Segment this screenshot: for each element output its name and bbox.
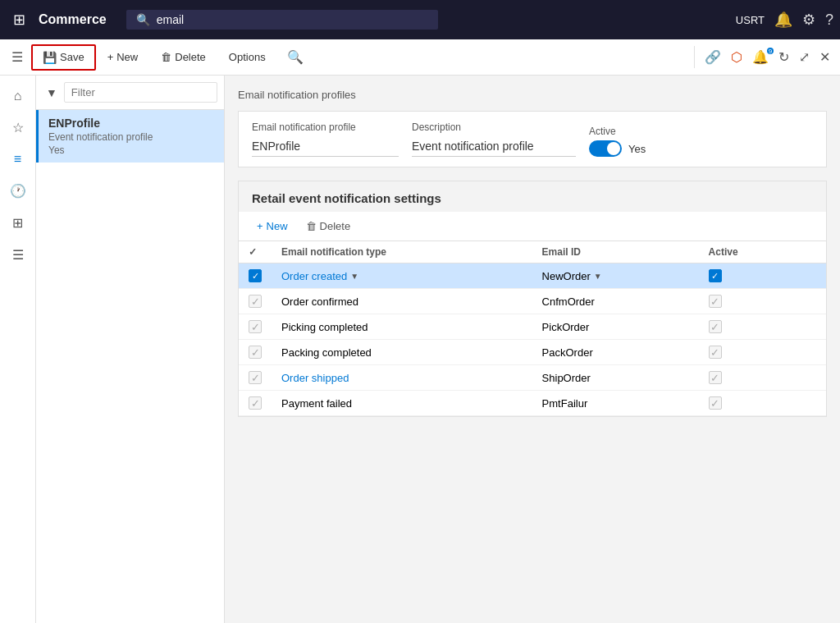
help-icon[interactable]: ? bbox=[825, 11, 833, 29]
row-type[interactable]: Order shipped bbox=[272, 365, 532, 391]
row-active[interactable]: ✓ bbox=[699, 314, 801, 340]
active-field: Active Yes bbox=[589, 126, 646, 157]
clock-icon[interactable]: 🕐 bbox=[3, 176, 33, 205]
delete-button[interactable]: 🗑 Delete bbox=[149, 44, 217, 70]
row-extra bbox=[801, 340, 826, 365]
table-row[interactable]: ✓Order confirmedCnfmOrder✓ bbox=[239, 289, 826, 314]
form-row: Email notification profile Description A… bbox=[238, 111, 827, 167]
row-active[interactable]: ✓ bbox=[699, 289, 801, 314]
row-extra bbox=[801, 289, 826, 314]
row-type-link[interactable]: Order created bbox=[281, 270, 347, 282]
table-row[interactable]: ✓Picking completedPickOrder✓ bbox=[239, 314, 826, 340]
hamburger-icon[interactable]: ☰ bbox=[3, 44, 31, 70]
active-checkbox[interactable]: ✓ bbox=[709, 269, 722, 282]
app-grid-icon[interactable]: ⊞ bbox=[7, 7, 32, 32]
search-cmd-icon[interactable]: 🔍 bbox=[281, 44, 310, 70]
sidebar-icons: ⌂ ☆ ≡ 🕐 ⊞ ☰ bbox=[0, 76, 36, 623]
row-checkbox[interactable]: ✓ bbox=[249, 371, 262, 384]
row-type: Order confirmed bbox=[272, 289, 532, 314]
grid-icon[interactable]: ⊞ bbox=[6, 208, 30, 237]
row-type: Packing completed bbox=[272, 340, 532, 365]
toolbar-right: 🔗 ⬡ 🔔 9 ↻ ⤢ ✕ bbox=[694, 46, 840, 68]
app-name: Commerce bbox=[39, 12, 107, 27]
active-checkbox[interactable]: ✓ bbox=[709, 295, 722, 308]
table-row[interactable]: ✓Order shippedShipOrder✓ bbox=[239, 365, 826, 391]
row-checkbox[interactable]: ✓ bbox=[249, 396, 262, 410]
home-icon[interactable]: ⌂ bbox=[7, 82, 29, 110]
toolbar-left: ☰ 💾 Save + New 🗑 Delete Options 🔍 bbox=[0, 44, 694, 71]
office-icon[interactable]: ⬡ bbox=[728, 46, 746, 68]
active-toggle[interactable] bbox=[589, 140, 622, 157]
row-email: CnfmOrder bbox=[532, 289, 699, 314]
toggle-container: Yes bbox=[589, 140, 646, 157]
list-icon[interactable]: ☰ bbox=[6, 240, 30, 269]
active-label: Active bbox=[589, 126, 646, 137]
list-items: ENProfile Event notification profile Yes bbox=[36, 110, 224, 623]
save-button[interactable]: 💾 Save bbox=[31, 44, 96, 71]
active-checkbox[interactable]: ✓ bbox=[709, 320, 722, 333]
menu-icon[interactable]: ≡ bbox=[7, 145, 28, 173]
row-extra bbox=[801, 391, 826, 416]
active-checkbox[interactable]: ✓ bbox=[709, 346, 722, 359]
row-email: NewOrder▼ bbox=[532, 263, 699, 289]
row-active[interactable]: ✓ bbox=[699, 263, 801, 289]
options-button[interactable]: Options bbox=[217, 44, 277, 70]
global-search-box[interactable]: 🔍 bbox=[126, 10, 438, 30]
toggle-knob bbox=[607, 142, 620, 155]
settings-icon[interactable]: ⚙ bbox=[802, 11, 815, 29]
active-checkbox[interactable]: ✓ bbox=[709, 371, 722, 384]
row-extra bbox=[801, 314, 826, 340]
open-icon[interactable]: ⤢ bbox=[796, 46, 813, 68]
row-email: PmtFailur bbox=[532, 391, 699, 416]
description-field: Description bbox=[412, 121, 576, 157]
col-check: ✓ bbox=[239, 241, 272, 263]
row-checkbox[interactable]: ✓ bbox=[249, 295, 262, 308]
list-item[interactable]: ENProfile Event notification profile Yes bbox=[36, 110, 224, 163]
reload-icon[interactable]: ↻ bbox=[775, 46, 792, 68]
row-active[interactable]: ✓ bbox=[699, 391, 801, 416]
search-input[interactable] bbox=[157, 13, 428, 26]
close-icon[interactable]: ✕ bbox=[816, 46, 833, 68]
search-icon: 🔍 bbox=[136, 13, 150, 26]
star-icon[interactable]: ☆ bbox=[6, 113, 30, 142]
row-checkbox[interactable]: ✓ bbox=[249, 269, 262, 282]
table-row[interactable]: ✓Order created▼NewOrder▼✓ bbox=[239, 263, 826, 289]
sub-new-button[interactable]: + New bbox=[249, 217, 296, 236]
row-extra bbox=[801, 365, 826, 391]
type-dropdown-chevron[interactable]: ▼ bbox=[350, 272, 358, 281]
plus-icon: + bbox=[107, 51, 114, 63]
sub-section-title: Retail event notification settings bbox=[239, 181, 826, 212]
row-checkbox[interactable]: ✓ bbox=[249, 320, 262, 333]
row-active[interactable]: ✓ bbox=[699, 340, 801, 365]
new-button[interactable]: + New bbox=[96, 44, 150, 70]
badge-count: 9 bbox=[767, 48, 774, 54]
row-checkbox[interactable]: ✓ bbox=[249, 346, 262, 359]
content-panel: Email notification profiles Email notifi… bbox=[225, 76, 840, 623]
row-type[interactable]: Order created▼ bbox=[272, 263, 532, 289]
sub-section: Retail event notification settings + New… bbox=[238, 181, 827, 417]
active-checkbox[interactable]: ✓ bbox=[709, 396, 722, 410]
nav-right: USRT 🔔 ⚙ ? bbox=[736, 11, 833, 29]
description-label: Description bbox=[412, 121, 576, 133]
row-active[interactable]: ✓ bbox=[699, 365, 801, 391]
sub-delete-button[interactable]: 🗑 Delete bbox=[298, 217, 359, 236]
bell-icon[interactable]: 🔔 bbox=[774, 11, 792, 29]
col-extra bbox=[801, 241, 826, 263]
sub-plus-icon: + bbox=[257, 220, 263, 232]
link-icon[interactable]: 🔗 bbox=[701, 46, 724, 68]
col-email: Email ID bbox=[532, 241, 699, 263]
table-row[interactable]: ✓Packing completedPackOrder✓ bbox=[239, 340, 826, 365]
active-toggle-label: Yes bbox=[628, 143, 646, 155]
filter-input[interactable] bbox=[64, 82, 217, 103]
description-input[interactable] bbox=[412, 136, 576, 157]
profile-label: Email notification profile bbox=[252, 121, 399, 133]
filter-icon[interactable]: ▼ bbox=[43, 83, 61, 103]
row-type-link[interactable]: Order shipped bbox=[281, 372, 349, 384]
profile-input[interactable] bbox=[252, 136, 399, 157]
table-row[interactable]: ✓Payment failedPmtFailur✓ bbox=[239, 391, 826, 416]
top-navbar: ⊞ Commerce 🔍 USRT 🔔 ⚙ ? bbox=[0, 0, 840, 39]
notification-badge[interactable]: 🔔 9 bbox=[749, 49, 772, 65]
row-type: Payment failed bbox=[272, 391, 532, 416]
email-dropdown-chevron[interactable]: ▼ bbox=[594, 272, 602, 281]
row-email: ShipOrder bbox=[532, 365, 699, 391]
